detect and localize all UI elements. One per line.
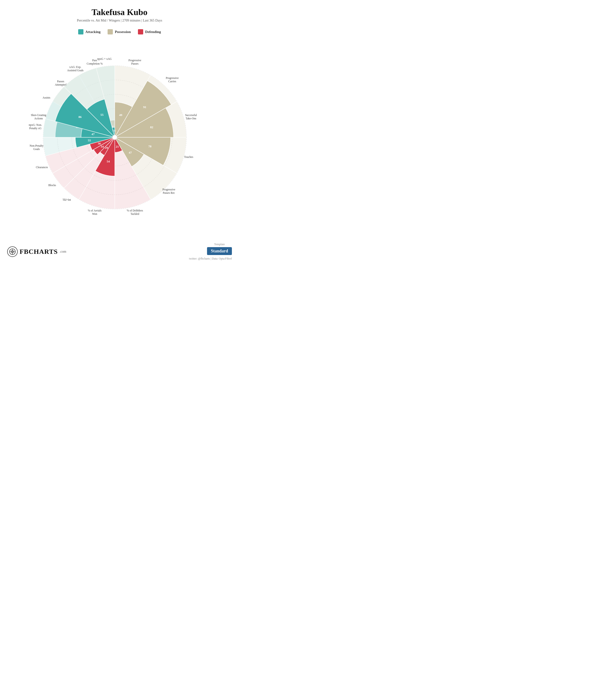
- logo-icon: [9, 248, 16, 255]
- svg-text:54: 54: [107, 160, 110, 163]
- svg-text:55: 55: [100, 113, 104, 117]
- svg-text:Clearances: Clearances: [36, 166, 48, 169]
- legend: Attacking Possession Defending: [78, 29, 161, 35]
- header: Takefusa Kubo Percentile vs. Att Mid / W…: [77, 0, 162, 25]
- logo-suffix: .com: [59, 250, 66, 254]
- svg-text:npxG + xAG: npxG + xAG: [97, 57, 112, 60]
- svg-text:21: 21: [116, 145, 119, 148]
- svg-text:47: 47: [92, 132, 95, 136]
- standard-badge: Standard: [207, 247, 232, 255]
- svg-text:Tkl+Int: Tkl+Int: [62, 198, 71, 201]
- svg-text:47: 47: [129, 151, 132, 154]
- footer: FBCHARTS.com Template Standard twitter: …: [0, 240, 239, 265]
- svg-text:npxG: Non-Penalty xG: npxG: Non-Penalty xG: [29, 123, 42, 130]
- legend-possession: Possession: [108, 29, 131, 35]
- footer-credits: twitter: @fbcharts | Data: Opta/FBref: [189, 257, 232, 260]
- legend-defending: Defending: [138, 29, 161, 35]
- svg-text:PassesAttempted: PassesAttempted: [55, 80, 67, 86]
- svg-text:Shot-CreatingActions: Shot-CreatingActions: [31, 113, 46, 120]
- svg-text:ProgressivePasses Rec: ProgressivePasses Rec: [162, 188, 175, 194]
- attacking-color-box: [78, 29, 83, 35]
- radar-chart-container: 83Shot-CreatingActions44PassesAttempted2…: [12, 37, 227, 240]
- radar-svg: 83Shot-CreatingActions44PassesAttempted2…: [12, 37, 227, 240]
- svg-text:SuccessfulTake-Ons: SuccessfulTake-Ons: [185, 113, 197, 120]
- attacking-label: Attacking: [85, 30, 100, 34]
- svg-text:% of DribblersTackled: % of DribblersTackled: [127, 209, 143, 215]
- legend-attacking: Attacking: [78, 29, 100, 35]
- svg-text:% of AerialsWon: % of AerialsWon: [88, 209, 102, 215]
- svg-text:82: 82: [150, 125, 153, 129]
- svg-point-41: [112, 135, 117, 140]
- subtitle: Percentile vs. Att Mid / Wingers | 2709 …: [77, 19, 162, 23]
- svg-text:Assists: Assists: [43, 96, 51, 99]
- svg-text:55: 55: [88, 138, 91, 142]
- defending-label: Defending: [145, 30, 161, 34]
- svg-text:86: 86: [79, 115, 82, 119]
- svg-text:ProgressivePasses: ProgressivePasses: [128, 59, 141, 65]
- svg-text:49: 49: [119, 113, 122, 117]
- svg-text:Touches: Touches: [184, 155, 193, 158]
- logo-area: FBCHARTS.com: [7, 246, 66, 257]
- possession-color-box: [108, 29, 113, 35]
- svg-text:Non-PenaltyGoals: Non-PenaltyGoals: [30, 144, 43, 150]
- svg-text:36: 36: [98, 142, 101, 145]
- svg-text:xAG: Exp.Assisted Goals: xAG: Exp.Assisted Goals: [67, 66, 84, 72]
- defending-color-box: [138, 29, 143, 35]
- svg-text:91: 91: [143, 105, 146, 109]
- template-label: Template: [214, 243, 225, 246]
- possession-label: Possession: [115, 30, 131, 34]
- svg-text:ProgressiveCarries: ProgressiveCarries: [166, 76, 179, 82]
- svg-text:14: 14: [112, 129, 116, 132]
- player-name: Takefusa Kubo: [77, 7, 162, 17]
- logo-text: FBCHARTS: [19, 248, 58, 256]
- svg-text:Blocks: Blocks: [48, 184, 56, 187]
- logo-circle: [7, 246, 18, 257]
- svg-text:78: 78: [148, 145, 152, 148]
